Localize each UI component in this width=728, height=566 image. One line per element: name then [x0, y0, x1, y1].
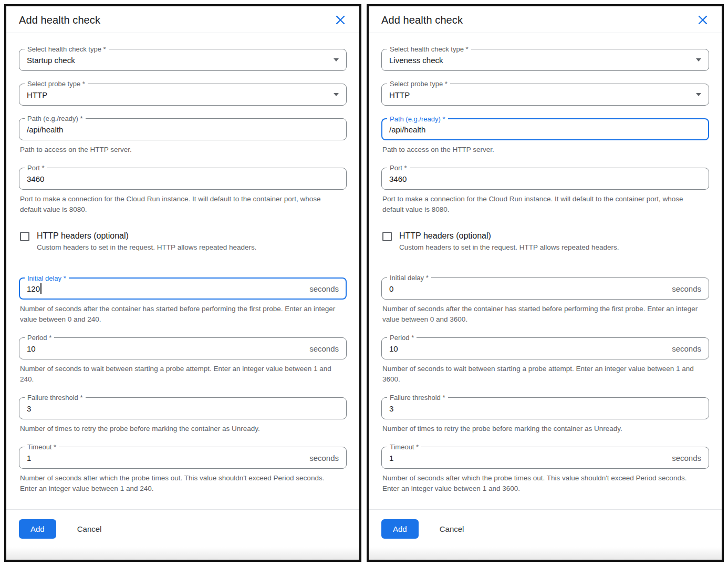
http-headers-label: HTTP headers (optional) [37, 231, 256, 241]
two-dialog-comparison: Add health check Select health check typ… [0, 0, 728, 566]
dialog-footer: Add Cancel [6, 509, 359, 547]
dialog-body: Select health check type * Startup check… [6, 33, 359, 497]
http-headers-row: HTTP headers (optional) Custom headers t… [381, 231, 709, 252]
period-helper: Number of seconds to wait between starti… [382, 364, 700, 385]
dialog-title: Add health check [19, 14, 100, 26]
chevron-down-icon [334, 58, 339, 61]
timeout-value: 1 [389, 454, 393, 462]
cancel-button[interactable]: Cancel [75, 519, 104, 539]
close-icon[interactable] [334, 14, 347, 26]
initial-delay-unit: seconds [672, 284, 701, 293]
dialog-liveness-check: Add health check Select health check typ… [367, 4, 724, 562]
close-icon[interactable] [696, 14, 709, 26]
failure-threshold-input[interactable]: Failure threshold * 3 [381, 397, 709, 419]
probe-type-value: HTTP [27, 90, 47, 99]
initial-delay-label: Initial delay * [25, 274, 69, 282]
failure-threshold-label: Failure threshold * [25, 394, 86, 402]
dialog-bottom-shadow [6, 547, 359, 560]
initial-delay-value: 0 [389, 284, 393, 293]
failure-threshold-value: 3 [27, 404, 31, 413]
timeout-label: Timeout * [387, 443, 421, 451]
timeout-unit: seconds [672, 454, 701, 462]
chevron-down-icon [696, 58, 701, 61]
timeout-helper: Number of seconds after which the probe … [382, 473, 700, 494]
dialog-header: Add health check [369, 6, 722, 33]
dialog-header: Add health check [6, 6, 359, 33]
port-helper: Port to make a connection for the Cloud … [20, 194, 337, 215]
http-headers-helper: Custom headers to set in the request. HT… [37, 242, 256, 252]
cancel-button[interactable]: Cancel [438, 519, 466, 539]
health-check-type-label: Select health check type * [387, 45, 471, 53]
http-headers-checkbox[interactable] [20, 232, 29, 241]
failure-threshold-label: Failure threshold * [387, 394, 448, 402]
dialog-bottom-shadow [369, 547, 722, 560]
timeout-input[interactable]: Timeout * 1 seconds [381, 447, 709, 469]
port-input[interactable]: Port * 3460 [381, 168, 709, 190]
probe-type-label: Select probe type * [25, 80, 88, 88]
period-input[interactable]: Period * 10 seconds [19, 337, 347, 359]
add-button[interactable]: Add [19, 519, 56, 539]
initial-delay-label: Initial delay * [387, 274, 431, 282]
initial-delay-value: 120 [27, 284, 40, 293]
path-value: /api/health [27, 125, 63, 134]
path-helper: Path to access on the HTTP server. [382, 145, 700, 155]
health-check-type-select[interactable]: Select health check type * Startup check [19, 49, 347, 71]
period-unit: seconds [672, 344, 701, 353]
port-value: 3460 [389, 174, 407, 183]
path-value: /api/health [389, 125, 425, 134]
period-helper: Number of seconds to wait between starti… [20, 364, 337, 385]
period-label: Period * [387, 334, 417, 342]
probe-type-label: Select probe type * [387, 80, 450, 88]
timeout-input[interactable]: Timeout * 1 seconds [19, 447, 347, 469]
path-label: Path (e.g./ready) * [25, 115, 86, 122]
failure-threshold-helper: Number of times to retry the probe befor… [20, 424, 337, 434]
initial-delay-input[interactable]: Initial delay * 120 seconds [19, 277, 347, 300]
failure-threshold-input[interactable]: Failure threshold * 3 [19, 397, 347, 419]
initial-delay-input[interactable]: Initial delay * 0 seconds [381, 277, 709, 300]
period-label: Period * [25, 334, 54, 342]
timeout-value: 1 [27, 454, 31, 462]
dialog-body: Select health check type * Liveness chec… [369, 33, 722, 497]
path-helper: Path to access on the HTTP server. [20, 145, 337, 155]
health-check-type-select[interactable]: Select health check type * Liveness chec… [381, 49, 709, 71]
health-check-type-value: Liveness check [389, 56, 443, 65]
failure-threshold-helper: Number of times to retry the probe befor… [382, 424, 700, 434]
probe-type-select[interactable]: Select probe type * HTTP [381, 84, 709, 106]
timeout-label: Timeout * [25, 443, 59, 451]
probe-type-value: HTTP [389, 90, 410, 99]
port-input[interactable]: Port * 3460 [19, 168, 347, 190]
health-check-type-label: Select health check type * [25, 45, 109, 53]
http-headers-label: HTTP headers (optional) [399, 231, 619, 241]
period-value: 10 [27, 344, 36, 353]
port-value: 3460 [27, 174, 44, 183]
period-unit: seconds [309, 344, 339, 353]
chevron-down-icon [334, 93, 339, 96]
path-input[interactable]: Path (e.g./ready) * /api/health [19, 118, 347, 140]
dialog-title: Add health check [381, 14, 463, 26]
add-button[interactable]: Add [381, 519, 419, 539]
dialog-startup-check: Add health check Select health check typ… [4, 4, 361, 562]
text-cursor [40, 283, 41, 294]
initial-delay-helper: Number of seconds after the container ha… [20, 304, 337, 325]
http-headers-checkbox[interactable] [382, 232, 392, 241]
initial-delay-unit: seconds [309, 284, 339, 293]
failure-threshold-value: 3 [389, 404, 393, 413]
port-label: Port * [25, 164, 47, 172]
initial-delay-helper: Number of seconds after the container ha… [382, 304, 700, 325]
period-input[interactable]: Period * 10 seconds [381, 337, 709, 359]
http-headers-row: HTTP headers (optional) Custom headers t… [19, 231, 347, 252]
port-helper: Port to make a connection for the Cloud … [382, 194, 700, 215]
period-value: 10 [389, 344, 398, 353]
timeout-unit: seconds [309, 454, 339, 462]
dialog-footer: Add Cancel [369, 509, 722, 547]
health-check-type-value: Startup check [27, 56, 75, 65]
timeout-helper: Number of seconds after which the probe … [20, 473, 337, 494]
http-headers-helper: Custom headers to set in the request. HT… [399, 242, 619, 252]
path-label: Path (e.g./ready) * [387, 115, 448, 123]
port-label: Port * [387, 164, 410, 172]
chevron-down-icon [696, 93, 701, 96]
probe-type-select[interactable]: Select probe type * HTTP [19, 84, 347, 106]
path-input[interactable]: Path (e.g./ready) * /api/health [381, 118, 709, 140]
